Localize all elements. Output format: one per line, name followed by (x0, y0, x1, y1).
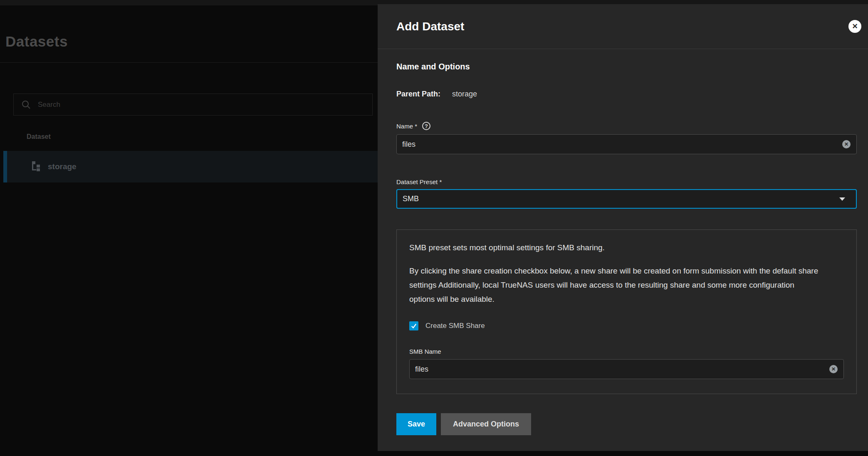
dataset-preset-field: Dataset Preset * SMB (396, 178, 857, 209)
dataset-preset-select[interactable]: SMB (396, 189, 857, 209)
panel-content: Name and Options Parent Path: storage Na… (378, 62, 868, 435)
name-field: Name * ? ✕ (396, 122, 857, 154)
clear-input-icon[interactable]: ✕ (829, 365, 838, 373)
panel-title: Add Dataset (396, 20, 848, 33)
smb-name-input-container: ✕ (409, 359, 844, 379)
smb-preset-summary: SMB preset sets most optimal settings fo… (409, 242, 844, 254)
parent-path-value: storage (452, 90, 477, 99)
dataset-preset-value: SMB (403, 195, 839, 203)
datasets-screen: Datasets Dataset storage Add Dataset ✕ (0, 0, 868, 456)
smb-name-input[interactable] (415, 365, 829, 374)
name-input-container: ✕ (396, 134, 857, 154)
create-smb-share-row: Create SMB Share (409, 321, 844, 330)
panel-header: Add Dataset ✕ (378, 4, 868, 49)
help-icon[interactable]: ? (422, 122, 430, 130)
dataset-tree-icon (30, 161, 41, 172)
dataset-tree-row-storage[interactable]: storage (3, 151, 378, 182)
create-smb-share-label: Create SMB Share (425, 322, 485, 330)
smb-name-label: SMB Name (409, 348, 844, 355)
search-icon (21, 100, 31, 110)
title-divider (0, 62, 378, 63)
checkmark-icon (410, 322, 418, 330)
clear-input-icon[interactable]: ✕ (842, 140, 851, 148)
name-field-label: Name * (396, 123, 417, 130)
dataset-preset-label: Dataset Preset * (396, 178, 857, 185)
search-input[interactable] (38, 101, 372, 109)
add-dataset-panel: Add Dataset ✕ Name and Options Parent Pa… (378, 4, 868, 451)
chevron-down-icon (839, 197, 845, 201)
form-buttons: Save Advanced Options (396, 413, 857, 435)
selected-row-stripe (3, 151, 7, 182)
save-button[interactable]: Save (396, 413, 436, 435)
dataset-column-header: Dataset (27, 133, 51, 140)
advanced-options-button[interactable]: Advanced Options (441, 413, 531, 435)
create-smb-share-checkbox[interactable] (409, 321, 418, 330)
page-title: Datasets (5, 33, 68, 50)
search-box[interactable] (13, 94, 373, 116)
smb-preset-description: By clicking the share creation checkbox … (409, 264, 819, 306)
name-input[interactable] (402, 140, 842, 149)
bottom-bar (0, 451, 868, 456)
dataset-row-label: storage (48, 162, 77, 171)
parent-path-label: Parent Path: (396, 90, 440, 99)
close-icon[interactable]: ✕ (848, 20, 861, 33)
parent-path-row: Parent Path: storage (396, 90, 857, 99)
smb-preset-info-box: SMB preset sets most optimal settings fo… (396, 229, 857, 394)
section-title: Name and Options (396, 62, 857, 71)
